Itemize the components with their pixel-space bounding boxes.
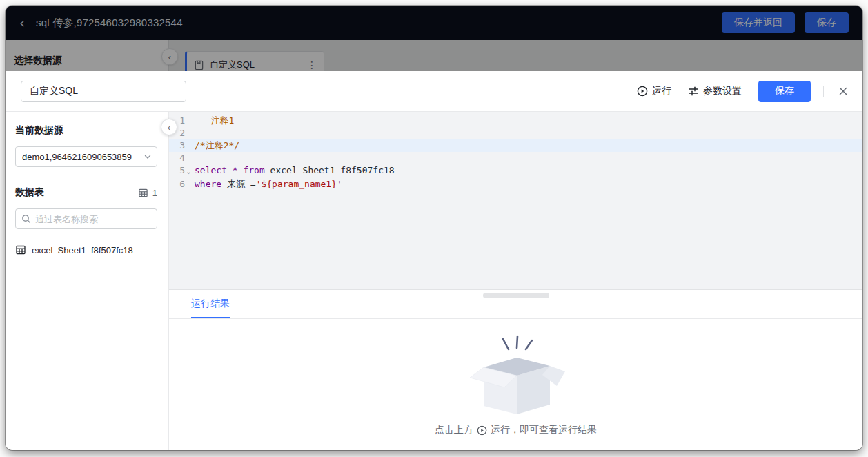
run-label: 运行 <box>652 85 671 97</box>
sql-editor[interactable]: 1-- 注释12 3/*注释2*/4 5⌄select * from excel… <box>169 112 862 290</box>
run-button[interactable]: 运行 <box>637 85 671 97</box>
params-settings-label: 参数设置 <box>703 85 742 97</box>
tables-count: 1 <box>138 188 157 198</box>
line-number: 6 <box>169 178 193 191</box>
toolbar-divider <box>823 86 824 97</box>
datasource-select[interactable]: demo1,9646216090653859 <box>15 146 157 167</box>
empty-state-text: 点击上方 运行，即可查看运行结果 <box>435 424 597 436</box>
code-line[interactable]: 1-- 注释1 <box>169 115 862 127</box>
modal-overlay <box>6 6 862 71</box>
collapse-sidebar-button[interactable]: ‹ <box>161 119 177 135</box>
fold-arrow-icon[interactable]: ⌄ <box>185 164 193 178</box>
table-search[interactable] <box>15 208 157 229</box>
table-grid-icon <box>138 188 148 198</box>
table-list-item[interactable]: excel_Sheet1_f8f507fc18 <box>15 244 157 255</box>
editor-main: 1-- 注释12 3/*注释2*/4 5⌄select * from excel… <box>169 112 862 450</box>
modal-sidebar: 当前数据源 demo1,9646216090653859 数据表 <box>6 112 169 450</box>
empty-box-illustration <box>464 334 568 417</box>
chevron-down-icon <box>143 152 152 162</box>
results-panel: 点击上方 运行，即可查看运行结果 <box>169 319 862 450</box>
search-icon <box>21 214 31 224</box>
current-datasource-label: 当前数据源 <box>15 124 157 137</box>
tab-run-results[interactable]: 运行结果 <box>191 290 230 318</box>
table-name: excel_Sheet1_f8f507fc18 <box>32 245 133 255</box>
empty-text-suffix: 运行，即可查看运行结果 <box>491 424 597 436</box>
tables-label: 数据表 <box>15 186 44 199</box>
close-icon[interactable] <box>836 84 850 98</box>
code-line[interactable]: 3/*注释2*/ <box>169 139 862 152</box>
code-line[interactable]: 4 <box>169 152 862 164</box>
app-window: ‹ sql 传参,972546032980332544 保存并返回 保存 选择数… <box>6 6 862 450</box>
code-line[interactable]: 5⌄select * from excel_Sheet1_f8f507fc18 <box>169 164 862 178</box>
modal-toolbar: 运行 参数设置 保存 <box>637 81 850 102</box>
resize-handle[interactable] <box>483 293 549 298</box>
datasource-select-value: demo1,9646216090653859 <box>22 152 143 162</box>
sliders-icon <box>688 86 699 97</box>
modal-header: 运行 参数设置 保存 <box>6 71 862 112</box>
sql-editor-modal: 运行 参数设置 保存 <box>6 71 862 450</box>
modal-save-button[interactable]: 保存 <box>758 81 811 102</box>
line-number: 5⌄ <box>169 164 193 178</box>
line-number: 3 <box>169 139 193 152</box>
line-number: 4 <box>169 152 193 164</box>
params-settings-button[interactable]: 参数设置 <box>688 85 742 97</box>
table-search-input[interactable] <box>35 214 151 224</box>
modal-body: 当前数据源 demo1,9646216090653859 数据表 <box>6 112 862 450</box>
code-line[interactable]: 6where 来源 ='${param_name1}' <box>169 178 862 191</box>
tables-count-value: 1 <box>152 188 157 198</box>
table-grid-icon <box>15 244 26 255</box>
empty-text-prefix: 点击上方 <box>435 424 473 436</box>
play-circle-icon <box>637 86 648 97</box>
sql-code-lines: 1-- 注释12 3/*注释2*/4 5⌄select * from excel… <box>169 115 862 191</box>
play-circle-icon <box>477 425 487 436</box>
tables-header: 数据表 1 <box>15 186 157 199</box>
code-line[interactable]: 2 <box>169 127 862 139</box>
dataset-name-input[interactable] <box>21 81 186 102</box>
